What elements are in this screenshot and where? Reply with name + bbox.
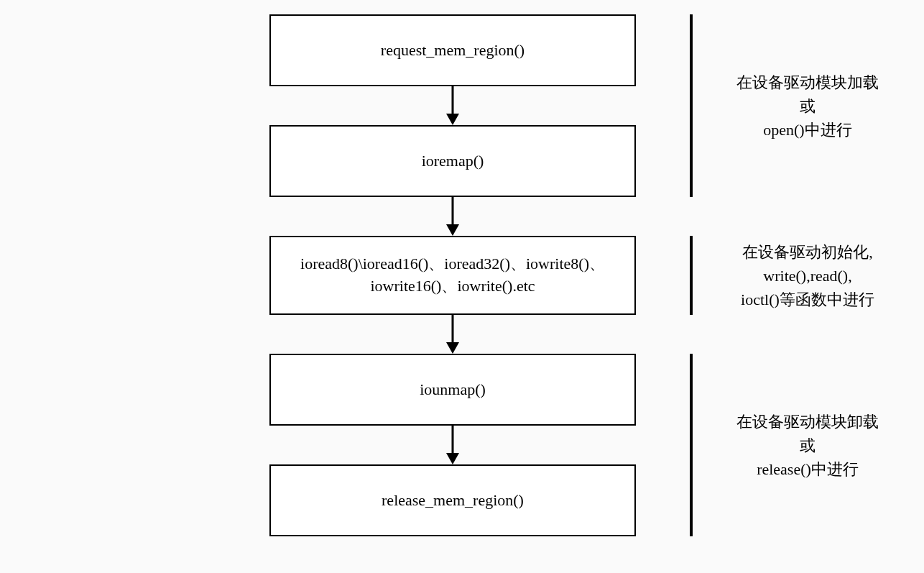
arrow-down-icon [269,315,636,354]
bracket-icon [690,354,693,536]
box-iounmap: iounmap() [269,354,636,426]
bracket-icon [690,14,693,197]
annotation-column: 在设备驱动模块加载 或 open()中进行 在设备驱动初始化, write(),… [690,14,905,536]
annotation-line: open()中进行 [711,118,905,142]
annotation-unload-release: 在设备驱动模块卸载 或 release()中进行 [690,354,905,536]
box-release-mem-region: release_mem_region() [269,464,636,536]
arrow-down-icon [269,197,636,236]
svg-marker-1 [446,114,459,125]
box-ioremap: ioremap() [269,125,636,197]
annotation-line: 在设备驱动模块卸载 [711,410,905,434]
arrow-down-icon [269,86,636,125]
svg-marker-7 [446,453,459,464]
annotation-text: 在设备驱动模块卸载 或 release()中进行 [711,410,905,481]
annotation-line: write(),read(), [711,264,905,288]
box-ioread-iowrite: ioread8()\ioread16()、ioread32()、iowrite8… [269,236,636,315]
annotation-line: 或 [711,94,905,118]
annotation-line: 在设备驱动模块加载 [711,70,905,94]
box-label: request_mem_region() [381,40,525,62]
svg-marker-5 [446,342,459,354]
annotation-text: 在设备驱动初始化, write(),read(), ioctl()等函数中进行 [711,240,905,311]
box-label: ioread8()\ioread16()、ioread32()、iowrite8… [284,253,622,298]
annotation-text: 在设备驱动模块加载 或 open()中进行 [711,70,905,142]
annotation-line: ioctl()等函数中进行 [711,288,905,311]
annotation-line: 或 [711,434,905,457]
annotation-line: 在设备驱动初始化, [711,240,905,264]
annotation-line: release()中进行 [711,457,905,481]
flowchart-column: request_mem_region() ioremap() ioread8()… [269,14,636,536]
arrow-down-icon [269,426,636,464]
bracket-icon [690,236,693,315]
box-label: iounmap() [420,379,486,401]
annotation-load-open: 在设备驱动模块加载 或 open()中进行 [690,14,905,197]
svg-marker-3 [446,224,459,236]
box-request-mem-region: request_mem_region() [269,14,636,86]
box-label: release_mem_region() [382,490,524,512]
annotation-init-rw-ioctl: 在设备驱动初始化, write(),read(), ioctl()等函数中进行 [690,236,905,315]
box-label: ioremap() [422,150,484,173]
